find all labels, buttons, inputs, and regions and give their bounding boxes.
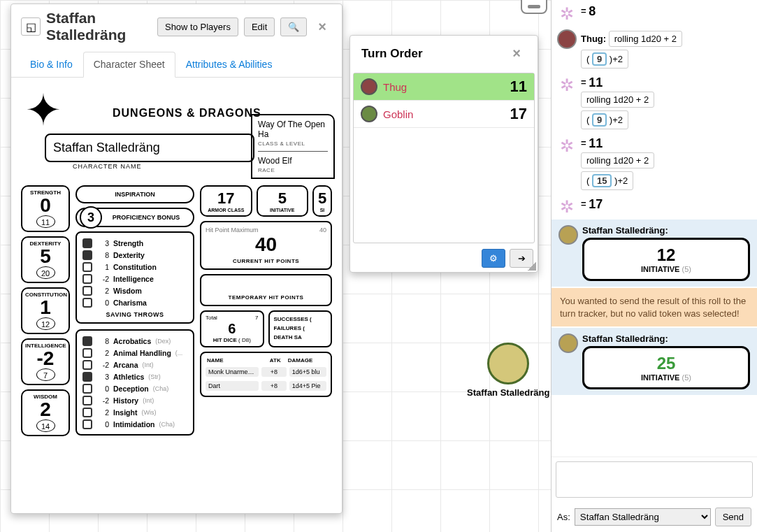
turn-list: Thug11 Goblin17 (353, 73, 535, 243)
save-row[interactable]: 8Dexterity (82, 249, 187, 261)
checkbox-icon[interactable] (82, 348, 92, 358)
checkbox-icon[interactable] (82, 250, 92, 260)
death-saves-box[interactable]: SUCCESSES ( FAILURES ( DEATH SA (268, 310, 333, 347)
skill-row[interactable]: 2Animal Handling (... (82, 347, 187, 359)
initiative-roll-card: 25 INITIATIVE (5) (582, 346, 750, 389)
proficiency-bonus-box: 3 PROFICIENCY BONUS (75, 208, 194, 227)
turn-order-title: Turn Order (361, 47, 423, 61)
save-row[interactable]: 0Charisma (82, 296, 187, 308)
checkbox-icon[interactable] (82, 360, 92, 370)
ability-intelligence[interactable]: INTELLIGENCE -2 7 (21, 338, 70, 385)
speak-as-select[interactable]: Staffan Stalledräng (575, 508, 711, 526)
as-label: As: (557, 512, 570, 522)
character-dialog: ◱ Staffan Stalledräng Show to Players Ed… (10, 3, 343, 514)
hit-dice-box[interactable]: Total7 6 HIT DICE ( D8) (200, 310, 264, 347)
token-avatar (487, 343, 529, 384)
checkbox-icon[interactable] (82, 286, 92, 296)
ability-constitution[interactable]: CONSTITUTION 1 12 (21, 287, 70, 334)
tab-bio[interactable]: Bio & Info (20, 52, 83, 77)
card-deck-handle[interactable] (521, 0, 547, 14)
ability-strength[interactable]: STRENGTH 0 11 (21, 185, 70, 232)
checkbox-icon[interactable] (82, 298, 92, 308)
tab-bar: Bio & Info Character Sheet Attributes & … (11, 52, 342, 78)
class-level[interactable]: Way Of The Open Ha (258, 120, 328, 139)
dragon-ampersand-icon: ✦ (25, 89, 62, 132)
skills-box: 8Acrobatics (Dex) 2Animal Handling (... … (75, 329, 194, 436)
rose-icon: ✲ (557, 197, 577, 217)
send-button[interactable]: Send (715, 508, 751, 526)
checkbox-icon[interactable] (82, 384, 92, 394)
ability-wisdom[interactable]: WISDOM 2 14 (21, 389, 70, 436)
race[interactable]: Wood Elf (258, 156, 328, 166)
checkbox-icon[interactable] (82, 408, 92, 417)
token-icon (361, 106, 377, 122)
warning-message: You wanted to send the result of this ro… (551, 288, 757, 326)
character-name-label: CHARACTER NAME (73, 163, 142, 170)
avatar (557, 29, 577, 49)
saving-throws-box: 3Strength 8Dexterity 1Constitution -2Int… (75, 231, 194, 324)
inspiration-box[interactable]: INSPIRATION (75, 185, 194, 203)
token-icon (361, 78, 377, 95)
avatar (558, 333, 578, 353)
checkbox-icon[interactable] (82, 336, 92, 346)
weapons-box: NAMEATKDAMAGE Monk Unarmed ...+81d6+5 bl… (200, 352, 332, 397)
close-icon[interactable]: × (507, 45, 526, 62)
turn-item[interactable]: Goblin17 (354, 101, 534, 128)
ability-dexterity[interactable]: DEXTERITY 5 20 (21, 236, 70, 283)
turn-item[interactable]: Thug11 (354, 73, 534, 101)
save-row[interactable]: 3Strength (82, 237, 187, 249)
character-sheet: ✦ DUNGEONS & DRAGONS Staffan Stalledräng… (11, 78, 342, 511)
initiative-roll-card: 12 INITIATIVE (5) (582, 238, 750, 281)
save-row[interactable]: 1Constitution (82, 261, 187, 273)
checkbox-icon[interactable] (82, 419, 92, 429)
class-race-box: Way Of The Open Ha CLASS & LEVEL Wood El… (251, 114, 335, 179)
save-row[interactable]: 2Wisdom (82, 285, 187, 296)
tab-attributes[interactable]: Attributes & Abilities (175, 52, 283, 77)
chat-input[interactable] (556, 461, 753, 498)
skill-row[interactable]: -2History (Int) (82, 394, 187, 406)
resize-handle-icon[interactable] (528, 262, 536, 271)
popout-icon[interactable]: ◱ (21, 17, 41, 36)
weapon-row[interactable]: Dart+81d4+5 Pie (204, 379, 328, 393)
checkbox-icon[interactable] (82, 238, 92, 248)
character-name-field[interactable]: Staffan Stalledräng (45, 134, 254, 162)
search-button[interactable]: 🔍 (280, 17, 307, 36)
hit-points-box[interactable]: Hit Point Maximum40 40 CURRENT HIT POINT… (200, 221, 332, 270)
save-row[interactable]: -2Intelligence (82, 273, 187, 285)
weapon-row[interactable]: Monk Unarmed ...+81d6+5 blu (204, 365, 328, 379)
skill-row[interactable]: -2Arcana (Int) (82, 359, 187, 371)
chat-log: ✲ = 8 Thug: rolling 1d20 + 2 ( 9 )+2 ✲ =… (551, 0, 757, 456)
map-token[interactable]: Staffan Stalledräng (467, 343, 549, 398)
skill-row[interactable]: 0Intimidation (Cha) (82, 418, 187, 430)
rose-icon: ✲ (557, 4, 577, 24)
avatar (558, 225, 578, 245)
checkbox-icon[interactable] (82, 262, 92, 272)
checkbox-icon[interactable] (82, 396, 92, 405)
dnd-logo: DUNGEONS & DRAGONS (113, 107, 261, 120)
tab-character-sheet[interactable]: Character Sheet (83, 52, 175, 78)
chat-panel: ✲ = 8 Thug: rolling 1d20 + 2 ( 9 )+2 ✲ =… (551, 0, 757, 532)
rose-icon: ✲ (557, 136, 577, 156)
edit-button[interactable]: Edit (244, 17, 275, 36)
turn-settings-button[interactable]: ⚙ (482, 249, 505, 268)
checkbox-icon[interactable] (82, 274, 92, 284)
proficiency-bonus-value: 3 (80, 206, 102, 229)
skill-row[interactable]: 0Deception (Cha) (82, 382, 187, 394)
initiative-stat[interactable]: 5 INITIATIVE (257, 185, 309, 217)
dialog-title: Staffan Stalledräng (46, 10, 152, 43)
skill-row[interactable]: 3Athletics (Str) (82, 371, 187, 382)
skill-row[interactable]: 2Insight (Wis) (82, 406, 187, 418)
temp-hp-box[interactable]: TEMPORARY HIT POINTS (200, 274, 332, 306)
show-to-players-button[interactable]: Show to Players (157, 17, 238, 36)
skill-row[interactable]: 8Acrobatics (Dex) (82, 335, 187, 347)
token-name: Staffan Stalledräng (467, 387, 549, 398)
rose-icon: ✲ (557, 76, 577, 95)
turn-order-dialog: Turn Order × Thug11 Goblin17 ⚙ ➔ (349, 35, 538, 273)
armor-class[interactable]: 17 ARMOR CLASS (200, 185, 252, 217)
checkbox-icon[interactable] (82, 372, 92, 382)
speed-stat[interactable]: 5 SI (312, 185, 332, 217)
close-icon[interactable]: × (312, 19, 332, 35)
